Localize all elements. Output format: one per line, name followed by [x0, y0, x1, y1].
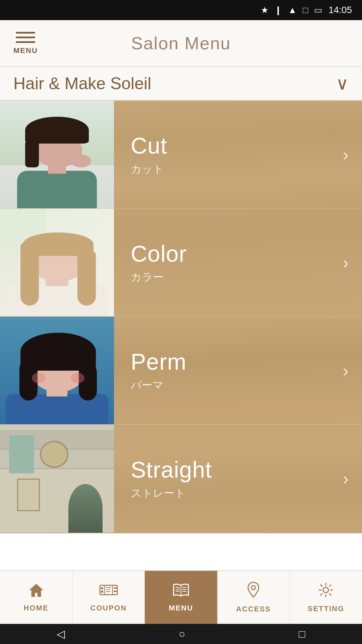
plants: [68, 484, 103, 533]
arrow-icon-straight: ›: [343, 469, 349, 489]
menu-title-en-cut: Cut: [131, 132, 167, 159]
coupon-icon: [99, 583, 118, 601]
menu-info-perm[interactable]: Perm パーマ ›: [114, 317, 362, 424]
menu-book-icon: [172, 583, 190, 601]
clothing: [17, 171, 97, 208]
photo-perm: [0, 317, 114, 424]
photo-color: [0, 209, 114, 316]
menu-text-perm: Perm パーマ: [131, 348, 186, 393]
svg-point-17: [251, 586, 255, 590]
portrait-cut: [0, 101, 114, 208]
nav-label-access: ACCESS: [236, 605, 271, 613]
cheek-r: [71, 373, 84, 383]
main-content: Cut カット › Color カラー ›: [0, 101, 362, 533]
svg-rect-5: [106, 587, 111, 588]
bluetooth-icon: ★: [261, 5, 268, 15]
sign: [9, 435, 34, 473]
portrait-color: [0, 209, 114, 316]
menu-text-straight: Straight ストレート: [131, 457, 212, 501]
cheek-l: [32, 373, 46, 383]
svg-rect-3: [101, 587, 103, 589]
status-time: 14:05: [328, 5, 352, 15]
hand: [71, 155, 91, 168]
menu-title-jp-straight: ストレート: [131, 486, 212, 501]
photo-straight: [0, 425, 114, 533]
status-bar: ★ ❙ ▲ □ ▭ 14:05: [0, 0, 362, 20]
portrait-straight: [0, 425, 114, 533]
arrow-icon-perm: ›: [343, 361, 349, 381]
svg-rect-8: [114, 587, 117, 589]
svg-point-18: [323, 587, 328, 593]
nav-item-setting[interactable]: SETTING: [290, 571, 362, 624]
menu-title-en-straight: Straight: [131, 457, 212, 483]
menu-info-cut[interactable]: Cut カット ›: [114, 101, 362, 208]
salon-selector[interactable]: Hair & Make Soleil ∨: [0, 67, 362, 101]
portrait-perm: [0, 317, 114, 424]
header: MENU Salon Menu: [0, 20, 362, 67]
nav-label-setting: SETTING: [308, 604, 344, 613]
svg-rect-6: [106, 589, 110, 590]
nav-label-menu: MENU: [169, 604, 193, 612]
back-button[interactable]: ◁: [57, 628, 65, 640]
arrow-icon-cut: ›: [343, 145, 349, 165]
menu-text-cut: Cut カット: [131, 132, 167, 177]
menu-title-en-color: Color: [131, 240, 187, 267]
nav-item-access[interactable]: ACCESS: [218, 571, 290, 624]
system-navigation: ◁ ○ □: [0, 624, 362, 644]
menu-line-3: [16, 41, 35, 43]
recent-button[interactable]: □: [299, 628, 305, 640]
menu-info-color[interactable]: Color カラー ›: [114, 209, 362, 316]
menu-button-label: MENU: [13, 46, 38, 55]
menu-text-color: Color カラー: [131, 240, 187, 285]
wifi-icon: ▲: [288, 5, 297, 15]
menu-line-1: [16, 32, 35, 34]
page-title: Salon Menu: [131, 33, 231, 53]
menu-row-perm[interactable]: Perm パーマ ›: [0, 317, 362, 425]
clock: [40, 441, 68, 468]
menu-title-jp-cut: カット: [131, 162, 167, 177]
hair-top: [25, 117, 89, 144]
menu-row-cut[interactable]: Cut カット ›: [0, 101, 362, 209]
chevron-down-icon: ∨: [336, 73, 349, 94]
menu-row-straight[interactable]: Straight ストレート ›: [0, 425, 362, 533]
svg-rect-9: [114, 591, 117, 592]
menu-info-straight[interactable]: Straight ストレート ›: [114, 425, 362, 533]
battery-icon: ▭: [314, 5, 322, 15]
arrow-icon-color: ›: [343, 253, 349, 273]
menu-lines: [16, 32, 35, 43]
nav-label-coupon: COUPON: [90, 604, 127, 612]
menu-title-jp-color: カラー: [131, 270, 187, 285]
hamburger-menu-button[interactable]: MENU: [13, 32, 38, 55]
svg-rect-4: [101, 591, 103, 593]
sim-icon: □: [303, 5, 308, 15]
access-icon: [246, 582, 261, 602]
nav-label-home: HOME: [24, 604, 49, 612]
home-button[interactable]: ○: [179, 628, 185, 640]
home-icon: [28, 583, 44, 601]
menu-line-2: [16, 37, 35, 38]
vibrate-icon: ❙: [275, 5, 282, 15]
setting-icon: [318, 582, 334, 602]
hair-side-l: [25, 141, 39, 167]
menu-title-jp-perm: パーマ: [131, 378, 186, 393]
bottom-navigation: HOME COUPON: [0, 570, 362, 624]
hair-long-l: [20, 243, 39, 306]
frame1: [17, 479, 40, 511]
hair-long-r: [77, 252, 96, 306]
menu-row-color[interactable]: Color カラー ›: [0, 209, 362, 317]
svg-rect-7: [106, 591, 111, 592]
nav-item-coupon[interactable]: COUPON: [72, 571, 145, 624]
photo-cut: [0, 101, 114, 208]
nav-item-menu[interactable]: MENU: [145, 571, 217, 624]
nav-item-home[interactable]: HOME: [0, 571, 72, 624]
salon-name: Hair & Make Soleil: [13, 74, 151, 93]
menu-title-en-perm: Perm: [131, 348, 186, 375]
